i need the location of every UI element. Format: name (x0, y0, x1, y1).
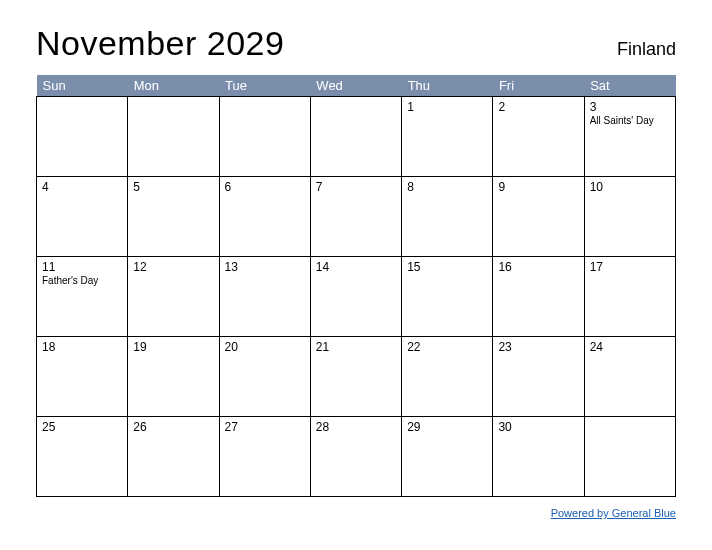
day-cell: 1 (402, 97, 493, 177)
day-number: 18 (42, 340, 122, 354)
weekday-tue: Tue (219, 75, 310, 97)
day-cell: 7 (310, 177, 401, 257)
day-cell: 17 (584, 257, 675, 337)
day-number: 20 (225, 340, 305, 354)
week-row: 45678910 (37, 177, 676, 257)
day-number: 21 (316, 340, 396, 354)
week-row: 252627282930 (37, 417, 676, 497)
day-cell: 14 (310, 257, 401, 337)
day-cell: 8 (402, 177, 493, 257)
day-event: Father's Day (42, 275, 122, 287)
day-number: 13 (225, 260, 305, 274)
day-number: 28 (316, 420, 396, 434)
day-cell: 24 (584, 337, 675, 417)
day-cell: 3All Saints' Day (584, 97, 675, 177)
day-number: 30 (498, 420, 578, 434)
weekday-sat: Sat (584, 75, 675, 97)
day-cell: 27 (219, 417, 310, 497)
day-number: 7 (316, 180, 396, 194)
day-event: All Saints' Day (590, 115, 670, 127)
day-cell (37, 97, 128, 177)
day-cell: 9 (493, 177, 584, 257)
day-cell: 11Father's Day (37, 257, 128, 337)
day-cell: 23 (493, 337, 584, 417)
day-cell: 26 (128, 417, 219, 497)
day-cell: 5 (128, 177, 219, 257)
day-number: 10 (590, 180, 670, 194)
day-number: 25 (42, 420, 122, 434)
day-number: 5 (133, 180, 213, 194)
day-number: 8 (407, 180, 487, 194)
day-number: 23 (498, 340, 578, 354)
weekday-header-row: Sun Mon Tue Wed Thu Fri Sat (37, 75, 676, 97)
day-cell: 19 (128, 337, 219, 417)
day-cell (219, 97, 310, 177)
day-number: 3 (590, 100, 670, 114)
calendar-header: November 2029 Finland (36, 24, 676, 63)
day-cell (128, 97, 219, 177)
day-number: 27 (225, 420, 305, 434)
weekday-wed: Wed (310, 75, 401, 97)
day-cell: 10 (584, 177, 675, 257)
week-row: 11Father's Day121314151617 (37, 257, 676, 337)
credit-link[interactable]: Powered by General Blue (551, 507, 676, 519)
day-cell: 12 (128, 257, 219, 337)
day-cell: 13 (219, 257, 310, 337)
day-cell: 28 (310, 417, 401, 497)
day-cell: 30 (493, 417, 584, 497)
day-cell (310, 97, 401, 177)
day-number: 17 (590, 260, 670, 274)
day-cell: 4 (37, 177, 128, 257)
day-number: 19 (133, 340, 213, 354)
day-number: 29 (407, 420, 487, 434)
day-cell: 22 (402, 337, 493, 417)
day-cell: 20 (219, 337, 310, 417)
day-cell: 25 (37, 417, 128, 497)
day-number: 2 (498, 100, 578, 114)
region-label: Finland (617, 39, 676, 60)
day-cell: 15 (402, 257, 493, 337)
day-number: 6 (225, 180, 305, 194)
week-row: 123All Saints' Day (37, 97, 676, 177)
month-year-title: November 2029 (36, 24, 284, 63)
day-number: 16 (498, 260, 578, 274)
calendar-grid: Sun Mon Tue Wed Thu Fri Sat 123All Saint… (36, 75, 676, 497)
week-row: 18192021222324 (37, 337, 676, 417)
day-number: 22 (407, 340, 487, 354)
footer: Powered by General Blue (36, 503, 676, 521)
day-cell: 2 (493, 97, 584, 177)
day-number: 24 (590, 340, 670, 354)
day-cell (584, 417, 675, 497)
day-number: 1 (407, 100, 487, 114)
day-cell: 18 (37, 337, 128, 417)
day-number: 11 (42, 260, 122, 274)
day-cell: 29 (402, 417, 493, 497)
day-number: 26 (133, 420, 213, 434)
day-number: 15 (407, 260, 487, 274)
day-cell: 6 (219, 177, 310, 257)
day-number: 9 (498, 180, 578, 194)
day-cell: 16 (493, 257, 584, 337)
weekday-sun: Sun (37, 75, 128, 97)
weekday-thu: Thu (402, 75, 493, 97)
day-number: 12 (133, 260, 213, 274)
calendar-body: 123All Saints' Day4567891011Father's Day… (37, 97, 676, 497)
day-cell: 21 (310, 337, 401, 417)
weekday-mon: Mon (128, 75, 219, 97)
day-number: 4 (42, 180, 122, 194)
day-number: 14 (316, 260, 396, 274)
weekday-fri: Fri (493, 75, 584, 97)
